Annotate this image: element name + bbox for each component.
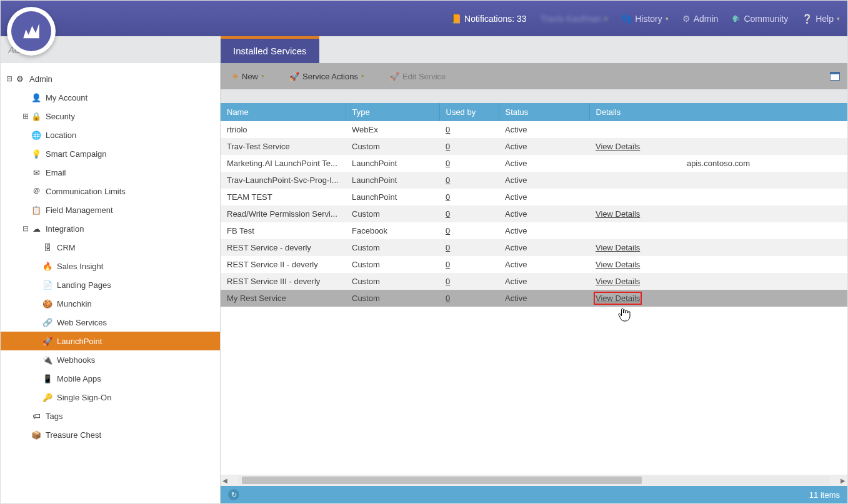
used-by-link[interactable]: 0 [446,159,450,168]
table-row[interactable]: My Rest ServiceCustom0ActiveView Details [221,290,847,307]
sidebar-item-crm[interactable]: 🗄CRM [1,238,220,257]
table-row[interactable]: REST Service III - deverlyCustom0ActiveV… [221,273,847,290]
collapse-icon[interactable]: ⊟ [6,75,13,82]
new-button[interactable]: ✳ New ▾ [226,69,271,84]
cell-used-by: 0 [439,138,499,155]
cell-status: Active [499,222,589,239]
col-header-status[interactable]: Status [499,103,589,121]
sidebar-item-smart-campaign[interactable]: 💡Smart Campaign [1,144,220,163]
table-row[interactable]: Marketing.AI LaunchPoint Te...LaunchPoin… [221,155,847,172]
view-details-link[interactable]: View Details [596,260,640,269]
sidebar-item-integration[interactable]: ⊟☁Integration [1,219,220,238]
sidebar-item-admin[interactable]: ⊟⚙Admin [1,69,220,88]
table-row[interactable]: Read/Write Permission Servi...Custom0Act… [221,205,847,222]
fullscreen-button[interactable] [827,70,842,82]
admin-menu[interactable]: ⚙ Admin [682,14,719,24]
sidebar-item-label: Smart Campaign [46,149,107,159]
sidebar-item-label: Admin [29,74,52,84]
view-details-link[interactable]: View Details [596,209,640,219]
cell-status: Active [499,205,589,222]
sidebar-item-location[interactable]: 🌐Location [1,126,220,144]
bulb-icon: 💡 [31,149,42,159]
content-toolbar: ✳ New ▾ 🚀 Service Actions ▾ 🚀 Edit Servi… [221,63,847,89]
view-details-link[interactable]: View Details [596,243,640,252]
sidebar-item-label: Location [46,131,76,140]
page-icon: 📄 [42,280,53,290]
table-row[interactable]: REST Service - deverlyCustom0ActiveView … [221,239,847,256]
cell-type: LaunchPoint [346,155,439,172]
munchkin-icon: 🍪 [42,299,53,309]
used-by-link[interactable]: 0 [446,209,450,219]
cell-status: Active [499,121,589,138]
col-header-details[interactable]: Details [589,103,847,121]
table-row[interactable]: rtrioloWebEx0Active [221,121,847,138]
sidebar-item-mobile-apps[interactable]: 📱Mobile Apps [1,369,220,388]
edit-service-button[interactable]: 🚀 Edit Service [383,69,452,84]
web-icon: 🔗 [42,318,53,327]
content-area: ✳ New ▾ 🚀 Service Actions ▾ 🚀 Edit Servi… [221,63,847,503]
used-by-link[interactable]: 0 [446,142,450,151]
sidebar-item-security[interactable]: ⊞🔒Security [1,107,220,126]
cell-details: View Details [589,273,847,290]
sidebar-item-web-services[interactable]: 🔗Web Services [1,313,220,332]
lock-icon: 🔒 [31,112,42,121]
sidebar-item-communication-limits[interactable]: ＠Communication Limits [1,182,220,200]
horizontal-scrollbar[interactable]: ◀ ▶ [221,475,847,486]
table-row[interactable]: Trav-Test ServiceCustom0ActiveView Detai… [221,138,847,155]
grid-wrap: Name Type Used by Status Details rtriolo… [221,103,847,503]
cell-status: Active [499,273,589,290]
sidebar-item-munchkin[interactable]: 🍪Munchkin [1,294,220,313]
sidebar-item-webhooks[interactable]: 🔌Webhooks [1,350,220,369]
table-row[interactable]: Trav-LaunchPoint-Svc-Prog-I...LaunchPoin… [221,172,847,189]
sidebar-item-label: Munchkin [57,299,92,309]
view-details-link[interactable]: View Details [596,277,640,286]
used-by-link[interactable]: 0 [446,175,450,185]
user-menu[interactable]: Travis Kaufman ▾ [541,14,608,24]
table-row[interactable]: TEAM TESTLaunchPoint0Active [221,189,847,205]
help-icon: ❔ [802,14,812,24]
rocket-icon: 🚀 [389,72,399,81]
table-row[interactable]: FB TestFacebook0Active [221,222,847,239]
sidebar-item-sales-insight[interactable]: 🔥Sales Insight [1,257,220,275]
view-details-link[interactable]: View Details [596,294,640,303]
table-row[interactable]: REST Service II - deverlyCustom0ActiveVi… [221,256,847,273]
help-menu[interactable]: ❔ Help ▾ [802,14,840,24]
col-header-type[interactable]: Type [346,103,439,121]
cell-details [589,172,847,189]
sidebar-item-field-management[interactable]: 📋Field Management [1,200,220,219]
top-menu: 📙 Notifications: 33 Travis Kaufman ▾ 👣 H… [451,14,840,24]
sidebar-item-tags[interactable]: 🏷Tags [1,407,220,425]
col-header-name[interactable]: Name [221,103,346,121]
used-by-link[interactable]: 0 [446,226,450,235]
col-header-used-by[interactable]: Used by [439,103,499,121]
history-menu[interactable]: 👣 History ▾ [621,14,669,24]
tab-installed-services[interactable]: Installed Services [221,36,319,63]
used-by-link[interactable]: 0 [446,125,450,134]
gear-icon: ⚙ [14,74,26,84]
community-menu[interactable]: 🗣 Community [732,14,788,24]
sidebar-item-my-account[interactable]: 👤My Account [1,88,220,107]
scroll-thumb[interactable] [242,477,642,484]
tag-icon: 🏷 [31,412,42,421]
used-by-link[interactable]: 0 [446,277,450,286]
cell-name: My Rest Service [221,290,346,307]
scroll-right-icon[interactable]: ▶ [839,477,847,484]
used-by-link[interactable]: 0 [446,294,450,303]
view-details-link[interactable]: View Details [596,142,640,151]
notifications-menu[interactable]: 📙 Notifications: 33 [451,14,527,24]
used-by-link[interactable]: 0 [446,192,450,202]
refresh-button[interactable]: ↻ [228,489,239,500]
logo[interactable] [7,7,56,56]
sidebar-item-landing-pages[interactable]: 📄Landing Pages [1,275,220,294]
used-by-link[interactable]: 0 [446,260,450,269]
expand-icon[interactable]: ⊞ [22,112,29,120]
sidebar-item-single-sign-on[interactable]: 🔑Single Sign-On [1,388,220,407]
sidebar-item-treasure-chest[interactable]: 📦Treasure Chest [1,425,220,444]
sidebar-item-email[interactable]: ✉Email [1,163,220,182]
cell-type: Custom [346,138,439,155]
used-by-link[interactable]: 0 [446,243,450,252]
sidebar-item-launchpoint[interactable]: 🚀LaunchPoint [1,332,220,350]
collapse-icon[interactable]: ⊟ [22,225,29,232]
scroll-left-icon[interactable]: ◀ [221,477,229,484]
service-actions-button[interactable]: 🚀 Service Actions ▾ [283,69,371,84]
